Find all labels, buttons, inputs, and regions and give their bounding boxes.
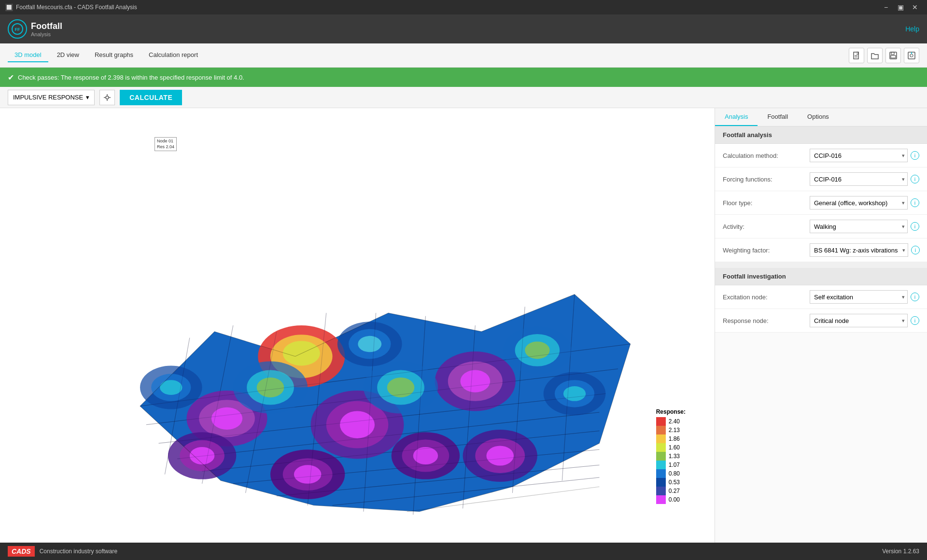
activity-select[interactable]: Walking xyxy=(810,220,908,233)
forcing-functions-control: CCIP-016 i xyxy=(810,172,919,186)
weighting-factor-select-wrapper[interactable]: BS 6841 Wg: z-axis vibrations xyxy=(810,243,908,257)
legend-item: 0.27 xyxy=(656,487,686,495)
svg-text:FF: FF xyxy=(15,27,20,32)
floor-type-select-wrapper[interactable]: General (office, workshop) xyxy=(810,196,908,210)
calculate-button[interactable]: CALCULATE xyxy=(120,90,182,105)
tab-calculation-report[interactable]: Calculation report xyxy=(142,48,205,62)
svg-point-76 xyxy=(358,336,381,352)
main-area: Node 01 Res 2.04 Response: 2.402.131.861… xyxy=(0,108,927,543)
open-folder-button[interactable] xyxy=(867,48,883,63)
legend-items: 2.402.131.861.601.331.070.800.530.270.00 xyxy=(656,417,686,504)
activity-label: Activity: xyxy=(723,223,810,230)
calculation-method-select-wrapper[interactable]: CCIP-016 xyxy=(810,149,908,162)
titlebar: 🔲 Footfall Mescouris.cfa - CADS Footfall… xyxy=(0,0,927,14)
activity-row: Activity: Walking i xyxy=(715,215,927,238)
tab-3d-model[interactable]: 3D model xyxy=(8,48,48,62)
response-dropdown[interactable]: IMPULSIVE RESPONSE ▾ xyxy=(8,90,95,105)
window-title: Footfall Mescouris.cfa - CADS Footfall A… xyxy=(16,4,137,11)
response-dropdown-label: IMPULSIVE RESPONSE xyxy=(13,94,83,101)
excitation-node-control: Self excitation i xyxy=(810,290,919,304)
header: FF Footfall Analysis Help xyxy=(0,14,927,43)
minimize-button[interactable]: − xyxy=(879,0,893,14)
export-button[interactable] xyxy=(904,48,919,63)
panel-tab-analysis[interactable]: Analysis xyxy=(715,108,758,126)
forcing-functions-info-icon[interactable]: i xyxy=(911,175,919,183)
legend-title: Response: xyxy=(656,408,686,415)
weighting-factor-select[interactable]: BS 6841 Wg: z-axis vibrations xyxy=(810,243,908,257)
calculation-method-select[interactable]: CCIP-016 xyxy=(810,149,908,162)
footfall-investigation-section: Footfall investigation xyxy=(715,268,927,285)
svg-point-9 xyxy=(910,54,913,57)
activity-select-wrapper[interactable]: Walking xyxy=(810,220,908,233)
logo-icon: FF xyxy=(8,19,27,39)
svg-point-40 xyxy=(211,407,242,430)
right-panel: Analysis Footfall Options Footfall analy… xyxy=(715,108,927,543)
legend-item: 0.00 xyxy=(656,495,686,504)
save-button[interactable] xyxy=(885,48,901,63)
notification-message: Check passes: The response of 2.398 is w… xyxy=(18,74,244,81)
close-button[interactable]: ✕ xyxy=(908,0,922,14)
calculation-method-control: CCIP-016 i xyxy=(810,149,919,162)
legend-item: 1.86 xyxy=(656,434,686,443)
activity-info-icon[interactable]: i xyxy=(911,222,919,231)
legend-item: 2.13 xyxy=(656,426,686,434)
footfall-analysis-section: Footfall analysis xyxy=(715,126,927,144)
weighting-factor-row: Weighting factor: BS 6841 Wg: z-axis vib… xyxy=(715,238,927,262)
forcing-functions-label: Forcing functions: xyxy=(723,176,810,183)
floor-type-row: Floor type: General (office, workshop) i xyxy=(715,191,927,215)
calculation-method-row: Calculation method: CCIP-016 i xyxy=(715,144,927,168)
svg-rect-7 xyxy=(891,56,896,58)
calculation-method-label: Calculation method: xyxy=(723,152,810,159)
legend: Response: 2.402.131.861.601.331.070.800.… xyxy=(656,408,686,504)
mesh-display xyxy=(0,108,715,543)
app-icon: 🔲 xyxy=(5,3,13,11)
svg-point-46 xyxy=(460,370,490,392)
statusbar: CADS Construction industry software Vers… xyxy=(0,543,927,560)
floor-type-select[interactable]: General (office, workshop) xyxy=(810,196,908,210)
tab-2d-view[interactable]: 2D view xyxy=(50,48,86,62)
check-icon: ✔ xyxy=(8,73,14,82)
logo-area: FF Footfall Analysis xyxy=(8,19,62,39)
panel-tab-footfall[interactable]: Footfall xyxy=(758,108,798,126)
forcing-functions-row: Forcing functions: CCIP-016 i xyxy=(715,168,927,191)
response-node-row: Response node: Critical node i xyxy=(715,309,927,333)
panel-tabs: Analysis Footfall Options xyxy=(715,108,927,126)
legend-item: 2.40 xyxy=(656,417,686,426)
calculation-method-info-icon[interactable]: i xyxy=(911,151,919,160)
new-file-button[interactable] xyxy=(849,48,864,63)
dropdown-arrow-icon: ▾ xyxy=(86,94,89,101)
restore-button[interactable]: ▣ xyxy=(893,0,908,14)
svg-point-52 xyxy=(294,465,322,484)
legend-item: 1.07 xyxy=(656,461,686,469)
excitation-node-select[interactable]: Self excitation xyxy=(810,290,908,304)
node-label: Node 01 Res 2.04 xyxy=(154,137,177,151)
help-button[interactable]: Help xyxy=(905,25,919,33)
response-node-control: Critical node i xyxy=(810,314,919,327)
response-node-select-wrapper[interactable]: Critical node xyxy=(810,314,908,327)
excitation-node-info-icon[interactable]: i xyxy=(911,293,919,301)
node-label-line2: Res 2.04 xyxy=(157,144,174,150)
svg-point-55 xyxy=(190,447,214,464)
svg-point-70 xyxy=(160,380,182,395)
weighting-factor-info-icon[interactable]: i xyxy=(911,246,920,254)
response-node-info-icon[interactable]: i xyxy=(911,316,919,325)
excitation-node-select-wrapper[interactable]: Self excitation xyxy=(810,290,908,304)
settings-button[interactable] xyxy=(99,90,115,105)
svg-point-11 xyxy=(106,96,109,99)
panel-tab-options[interactable]: Options xyxy=(798,108,839,126)
weighting-factor-control: BS 6841 Wg: z-axis vibrations i xyxy=(810,243,920,257)
response-node-select[interactable]: Critical node xyxy=(810,314,908,327)
action-bar: IMPULSIVE RESPONSE ▾ CALCULATE xyxy=(0,87,927,108)
legend-item: 0.80 xyxy=(656,469,686,478)
floor-type-control: General (office, workshop) i xyxy=(810,196,919,210)
forcing-functions-select-wrapper[interactable]: CCIP-016 xyxy=(810,172,908,186)
notification-bar: ✔ Check passes: The response of 2.398 is… xyxy=(0,68,927,87)
3d-viewport[interactable]: Node 01 Res 2.04 Response: 2.402.131.861… xyxy=(0,108,715,543)
floor-type-label: Floor type: xyxy=(723,199,810,207)
forcing-functions-select[interactable]: CCIP-016 xyxy=(810,172,908,186)
floor-type-info-icon[interactable]: i xyxy=(911,198,919,207)
excitation-node-label: Excitation node: xyxy=(723,294,810,301)
tab-result-graphs[interactable]: Result graphs xyxy=(88,48,140,62)
legend-item: 1.33 xyxy=(656,452,686,461)
svg-point-73 xyxy=(563,386,586,401)
